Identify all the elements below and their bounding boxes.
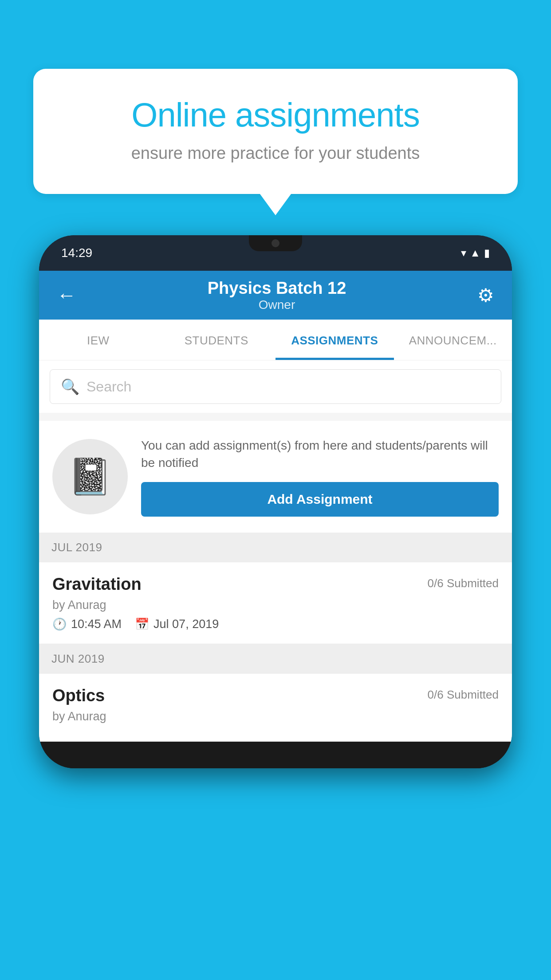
- back-button[interactable]: ←: [57, 284, 76, 306]
- tab-iew[interactable]: IEW: [39, 320, 157, 360]
- promo-icon-circle: 📓: [52, 439, 128, 514]
- assignment-item-optics[interactable]: Optics 0/6 Submitted by Anurag: [39, 674, 512, 742]
- assignment-by-optics: by Anurag: [52, 710, 499, 723]
- calendar-icon: 📅: [135, 617, 149, 631]
- phone-notch: [249, 235, 302, 251]
- assignment-title: Gravitation: [52, 575, 142, 594]
- app-bar-title: Physics Batch 12: [208, 279, 346, 298]
- promo-right: You can add assignment(s) from here and …: [141, 437, 499, 517]
- camera-dot: [272, 239, 279, 247]
- tab-announcements[interactable]: ANNOUNCEM...: [394, 320, 512, 360]
- app-bar-subtitle: Owner: [208, 298, 346, 312]
- clock-icon: 🕐: [52, 617, 67, 631]
- search-bar-container: 🔍 Search: [39, 360, 512, 413]
- phone-bottom: [39, 742, 512, 768]
- notebook-icon: 📓: [68, 456, 112, 498]
- search-bar[interactable]: 🔍 Search: [50, 369, 501, 404]
- assignment-date: Jul 07, 2019: [153, 617, 219, 631]
- battery-icon: ▮: [484, 247, 490, 259]
- signal-icon: ▲: [470, 247, 480, 259]
- tab-assignments[interactable]: ASSIGNMENTS: [276, 320, 394, 360]
- speech-bubble: Online assignments ensure more practice …: [33, 69, 518, 194]
- phone-wrapper: 14:29 ▾ ▲ ▮ ← Physics Batch 12 Owner ⚙ I…: [39, 235, 512, 768]
- gear-icon[interactable]: ⚙: [477, 285, 494, 306]
- section-header-jul: JUL 2019: [39, 533, 512, 562]
- bubble-subtitle: ensure more practice for your students: [69, 144, 482, 163]
- app-bar: ← Physics Batch 12 Owner ⚙: [39, 271, 512, 320]
- status-icons: ▾ ▲ ▮: [461, 247, 490, 259]
- assignment-time: 10:45 AM: [71, 617, 122, 631]
- phone-content: 🔍 Search 📓 You can add assignment(s) fro…: [39, 360, 512, 742]
- app-bar-title-area: Physics Batch 12 Owner: [208, 279, 346, 312]
- assignment-submitted-optics: 0/6 Submitted: [428, 688, 499, 702]
- assignment-top-row-optics: Optics 0/6 Submitted: [52, 686, 499, 705]
- add-assignment-button[interactable]: Add Assignment: [141, 482, 499, 517]
- meta-date: 📅 Jul 07, 2019: [135, 617, 219, 631]
- speech-bubble-container: Online assignments ensure more practice …: [33, 69, 518, 194]
- phone-device: 14:29 ▾ ▲ ▮ ← Physics Batch 12 Owner ⚙ I…: [39, 235, 512, 768]
- search-icon: 🔍: [61, 378, 79, 395]
- status-time: 14:29: [61, 246, 92, 260]
- assignment-item-gravitation[interactable]: Gravitation 0/6 Submitted by Anurag 🕐 10…: [39, 562, 512, 644]
- tab-bar: IEW STUDENTS ASSIGNMENTS ANNOUNCEM...: [39, 320, 512, 360]
- status-bar: 14:29 ▾ ▲ ▮: [39, 235, 512, 271]
- assignment-top-row: Gravitation 0/6 Submitted: [52, 575, 499, 594]
- promo-text: You can add assignment(s) from here and …: [141, 437, 499, 471]
- search-placeholder: Search: [87, 379, 131, 395]
- wifi-icon: ▾: [461, 247, 466, 259]
- bubble-title: Online assignments: [69, 95, 482, 134]
- meta-time: 🕐 10:45 AM: [52, 617, 122, 631]
- section-header-jun: JUN 2019: [39, 644, 512, 674]
- tab-students[interactable]: STUDENTS: [157, 320, 276, 360]
- assignment-title-optics: Optics: [52, 686, 105, 705]
- assignment-meta: 🕐 10:45 AM 📅 Jul 07, 2019: [52, 617, 499, 631]
- assignment-by: by Anurag: [52, 598, 499, 612]
- promo-card: 📓 You can add assignment(s) from here an…: [39, 421, 512, 533]
- assignment-submitted: 0/6 Submitted: [428, 577, 499, 590]
